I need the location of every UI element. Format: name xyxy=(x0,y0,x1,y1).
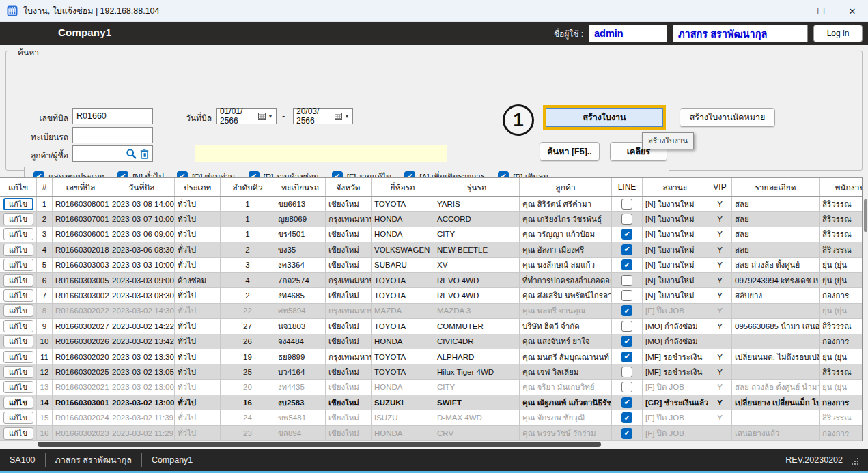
cell-bill-no: R01660302021 xyxy=(53,380,109,395)
table-row[interactable]: แก้ไข 2 R01660307001 2023-03-07 10:00 ทั… xyxy=(0,212,862,227)
customer-input[interactable] xyxy=(72,145,153,162)
edit-button[interactable]: แก้ไข xyxy=(3,304,33,317)
minimize-button[interactable]: — xyxy=(774,0,805,22)
cell-staff: ยุ่น (ยุ่น xyxy=(820,273,862,287)
table-row[interactable]: แก้ไข 4 R01660302018 2023-03-06 08:30 ทั… xyxy=(0,242,862,257)
fullname-input[interactable]: ภาสกร สราพัฒนากุล xyxy=(673,25,808,42)
plate-input[interactable] xyxy=(72,127,153,143)
table-row[interactable]: แก้ไข 6 R01660303005 2023-03-03 09:00 ค้… xyxy=(0,273,862,288)
create-job-button[interactable]: สร้างใบงาน xyxy=(546,108,663,127)
cell-staff: ยุ่น (ยุ่น xyxy=(820,380,862,395)
line-checkbox[interactable] xyxy=(621,199,632,210)
cell-customer: คุณ เกรียงไกร วัชรพันธุ์ xyxy=(520,212,612,226)
cell-queue: 1 xyxy=(221,227,275,242)
header-cell[interactable]: ลำดับคิว xyxy=(221,178,275,196)
date-to-picker[interactable]: 20/03/ 2566 ▼ xyxy=(293,108,353,124)
table-row[interactable]: แก้ไข 1 R01660308001 2023-03-08 14:00 ทั… xyxy=(0,197,862,212)
edit-button[interactable]: แก้ไข xyxy=(3,366,33,378)
line-checkbox[interactable] xyxy=(621,290,632,301)
bill-no-input[interactable]: R01660 xyxy=(72,108,153,124)
edit-button[interactable]: แก้ไข xyxy=(3,198,33,210)
header-cell[interactable]: วันที่บิล xyxy=(109,178,175,196)
line-checkbox[interactable]: ✔ xyxy=(621,229,632,240)
header-cell[interactable]: รุ่นรถ xyxy=(434,178,520,196)
line-checkbox[interactable]: ✔ xyxy=(621,428,632,439)
line-checkbox[interactable]: ✔ xyxy=(621,305,632,316)
line-checkbox[interactable]: ✔ xyxy=(621,336,632,347)
header-cell[interactable]: # xyxy=(37,178,53,196)
resize-grip[interactable] xyxy=(850,456,858,465)
edit-button[interactable]: แก้ไข xyxy=(3,320,33,332)
vertical-scrollbar[interactable] xyxy=(862,177,868,441)
header-cell[interactable]: ยี่ห้อรถ xyxy=(372,178,434,196)
maximize-button[interactable]: ☐ xyxy=(805,0,837,22)
scrollbar-thumb[interactable] xyxy=(864,199,867,232)
line-checkbox[interactable] xyxy=(621,214,632,225)
line-checkbox[interactable] xyxy=(621,382,632,392)
cell-queue: 4 xyxy=(221,273,275,287)
cell-brand: TOYOTA xyxy=(372,273,434,287)
table-row[interactable]: แก้ไข 12 R01660302025 2023-03-02 13:05 ท… xyxy=(0,364,862,379)
dropdown-arrow-icon[interactable]: ▼ xyxy=(344,113,350,119)
edit-button[interactable]: แก้ไข xyxy=(3,427,33,440)
table-row[interactable]: แก้ไข 3 R01660306001 2023-03-06 09:00 ทั… xyxy=(0,227,862,242)
cell-type: ค้างซ่อม xyxy=(175,273,221,287)
edit-button[interactable]: แก้ไข xyxy=(3,412,33,424)
table-row[interactable]: แก้ไข 14 R01660303001 2023-03-02 13:00 ท… xyxy=(0,395,862,410)
date-from-picker[interactable]: 01/01/ 2566 ▼ xyxy=(216,108,277,124)
cell-row-number: 10 xyxy=(37,334,53,349)
header-cell[interactable]: VIP xyxy=(708,178,732,196)
cell-row-number: 7 xyxy=(37,288,53,302)
edit-button[interactable]: แก้ไข xyxy=(3,274,33,287)
header-cell[interactable]: แก้ไข xyxy=(0,178,37,196)
search-button[interactable]: ค้นหา [F5].. xyxy=(540,142,600,161)
header-cell[interactable]: ประเภท xyxy=(175,178,221,196)
line-checkbox[interactable] xyxy=(621,275,632,286)
line-checkbox[interactable]: ✔ xyxy=(621,244,632,255)
line-checkbox[interactable]: ✔ xyxy=(621,397,632,408)
header-cell[interactable]: สถานะ xyxy=(643,178,708,196)
header-cell[interactable]: จังหวัด xyxy=(326,178,372,196)
header-cell[interactable]: รายละเอียด xyxy=(732,178,820,196)
edit-button[interactable]: แก้ไข xyxy=(3,351,33,363)
edit-button[interactable]: แก้ไข xyxy=(3,213,33,225)
login-button[interactable]: Log in xyxy=(813,25,863,42)
create-appointment-button[interactable]: สร้างใบงานนัดหมาย xyxy=(680,108,775,127)
horizontal-scrollbar[interactable] xyxy=(0,441,868,448)
scrollbar-thumb[interactable] xyxy=(38,442,601,447)
table-row[interactable]: แก้ไข 11 R01660302020 2023-03-02 13:30 ท… xyxy=(0,349,862,364)
header-cell[interactable]: พนักงาน xyxy=(820,178,862,196)
edit-button[interactable]: แก้ไข xyxy=(3,228,33,240)
close-button[interactable]: ✕ xyxy=(837,0,868,22)
edit-button[interactable]: แก้ไข xyxy=(3,244,33,256)
search-icon[interactable] xyxy=(126,148,137,159)
table-row[interactable]: แก้ไข 16 R01660302023 2023-03-02 11:29 ท… xyxy=(0,426,862,441)
table-row[interactable]: แก้ไข 9 R01660302027 2023-03-02 14:22 ทั… xyxy=(0,319,862,334)
cell-customer: คุณ ส่งเสริม นพรัตน์ไกรลาศ xyxy=(520,288,612,302)
edit-button[interactable]: แก้ไข xyxy=(3,397,33,409)
line-checkbox[interactable]: ✔ xyxy=(621,412,632,423)
edit-button[interactable]: แก้ไข xyxy=(3,289,33,302)
line-checkbox[interactable] xyxy=(621,367,632,377)
table-row[interactable]: แก้ไข 10 R01660302026 2023-03-02 13:42 ท… xyxy=(0,334,862,349)
header-cell[interactable]: เลขที่บิล xyxy=(53,178,109,196)
line-checkbox[interactable]: ✔ xyxy=(621,352,632,362)
table-row[interactable]: แก้ไข 8 R01660302022 2023-03-02 14:30 ทั… xyxy=(0,304,862,319)
edit-button[interactable]: แก้ไข xyxy=(3,259,33,271)
line-checkbox[interactable]: ✔ xyxy=(621,259,632,270)
edit-button[interactable]: แก้ไข xyxy=(3,381,33,393)
header-cell[interactable]: LINE xyxy=(612,178,643,196)
dropdown-arrow-icon[interactable]: ▼ xyxy=(268,113,273,119)
table-row[interactable]: แก้ไข 13 R01660302021 2023-03-02 13:00 ท… xyxy=(0,380,862,395)
username-label: ชื่อผู้ใช้ : xyxy=(554,27,583,40)
header-cell[interactable]: ลูกค้า xyxy=(520,178,612,196)
header-cell[interactable]: ทะเบียนรถ xyxy=(275,178,326,196)
edit-button[interactable]: แก้ไข xyxy=(3,335,33,347)
table-row[interactable]: แก้ไข 5 R01660303003 2023-03-03 10:00 ทั… xyxy=(0,258,862,273)
table-row[interactable]: แก้ไข 15 R01660302024 2023-03-02 11:39 ท… xyxy=(0,410,862,425)
username-input[interactable]: admin xyxy=(589,25,667,42)
cell-detail: เสนอยางแล้ว xyxy=(732,426,820,440)
line-checkbox[interactable] xyxy=(621,321,632,332)
trash-icon[interactable] xyxy=(140,149,149,159)
table-row[interactable]: แก้ไข 7 R01660303002 2023-03-03 08:30 ทั… xyxy=(0,288,862,303)
